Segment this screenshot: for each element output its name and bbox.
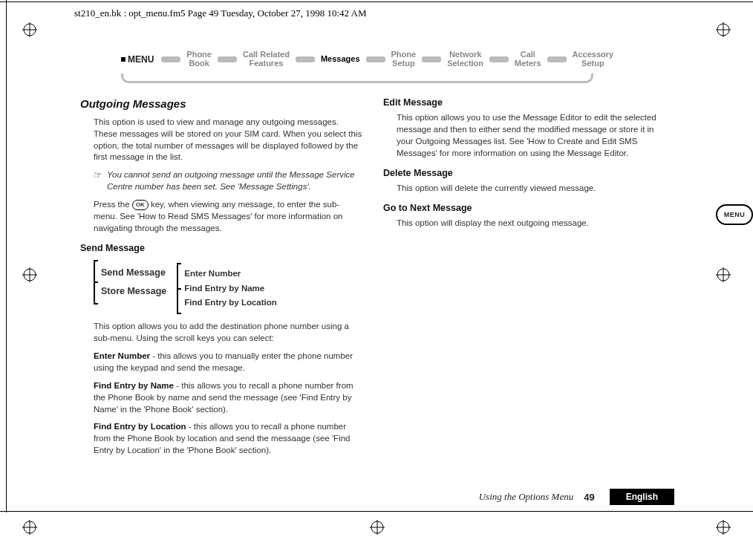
find-by-name-desc: Find Entry by Name - this allows you to … xyxy=(94,380,362,416)
nav-item-accessory-setup: Accessory Setup xyxy=(571,51,616,68)
note-text: You cannot send an outgoing message unti… xyxy=(107,169,362,193)
send-message-diagram: Send Message Store Message Enter Number … xyxy=(94,261,362,314)
crop-mark-bm xyxy=(370,520,385,535)
menu-root-label: MENU xyxy=(121,54,157,65)
nav-sep xyxy=(489,56,509,62)
diagram-item-store-message: Store Message xyxy=(101,282,166,301)
nav-sep xyxy=(161,56,180,62)
nav-sep xyxy=(422,56,441,62)
diagram-right-bracket: Enter Number Find Entry by Name Find Ent… xyxy=(177,264,277,314)
column-right: Edit Message This option allows you to u… xyxy=(383,97,665,463)
frame-line-left xyxy=(6,0,7,512)
nav-sep xyxy=(296,56,315,62)
crop-mark-br xyxy=(716,520,731,535)
nav-item-call-related: Call Related Features xyxy=(241,51,291,68)
crop-mark-tl xyxy=(22,22,37,37)
press-ok-text: Press the OK key, when viewing any messa… xyxy=(94,199,362,235)
diagram-item-enter-number: Enter Number xyxy=(184,267,277,281)
nav-item-call-meters: Call Meters xyxy=(513,51,542,68)
page-footer: Using the Options Menu 49 English xyxy=(80,489,674,505)
delete-message-text: This option will delete the currently vi… xyxy=(397,183,665,195)
send-message-intro: This option allows you to add the destin… xyxy=(94,321,362,345)
diagram-item-send-message: Send Message xyxy=(101,264,166,282)
text-fragment: Press the xyxy=(94,200,132,209)
heading-outgoing-messages: Outgoing Messages xyxy=(80,97,362,112)
heading-go-to-next: Go to Next Message xyxy=(383,202,665,215)
find-by-location-desc: Find Entry by Location - this allows you… xyxy=(94,421,362,457)
column-left: Outgoing Messages This option is used to… xyxy=(80,97,362,463)
footer-language-tab: English xyxy=(610,489,674,505)
crop-mark-ml xyxy=(22,267,37,282)
nav-item-messages: Messages xyxy=(319,55,362,64)
footer-section-title: Using the Options Menu xyxy=(479,491,573,503)
heading-delete-message: Delete Message xyxy=(383,167,665,180)
footer-page-number: 49 xyxy=(584,492,594,503)
enter-number-label: Enter Number xyxy=(94,351,150,360)
go-to-next-text: This option will display the next outgoi… xyxy=(397,218,665,229)
nav-item-phone-book: Phone Book xyxy=(185,51,213,68)
frame-line-top xyxy=(0,1,753,2)
nav-sep xyxy=(366,56,385,62)
crop-mark-tr xyxy=(716,22,731,37)
nav-underline xyxy=(121,74,593,83)
menu-breadcrumb: MENU Phone Book Call Related Features Me… xyxy=(121,51,674,68)
outgoing-intro-text: This option is used to view and manage a… xyxy=(94,117,362,163)
menu-side-tab-label: MENU xyxy=(724,211,746,218)
print-header: st210_en.bk : opt_menu.fm5 Page 49 Tuesd… xyxy=(74,7,366,19)
crop-mark-bl xyxy=(22,520,37,535)
menu-root-text: MENU xyxy=(128,54,154,65)
heading-send-message: Send Message xyxy=(80,242,362,255)
nav-sep xyxy=(547,56,567,62)
find-by-name-label: Find Entry by Name xyxy=(94,381,174,390)
menu-bullet-icon xyxy=(121,57,126,62)
edit-message-text: This option allows you to use the Messag… xyxy=(397,112,665,159)
diagram-left-bracket: Send Message Store Message xyxy=(94,261,166,305)
diagram-item-find-by-name: Find Entry by Name xyxy=(184,281,277,296)
note-service-centre: ☞ You cannot send an outgoing message un… xyxy=(94,169,362,193)
heading-edit-message: Edit Message xyxy=(383,97,665,109)
nav-sep xyxy=(218,56,237,62)
enter-number-desc: Enter Number - this allows you to manual… xyxy=(94,351,362,374)
nav-item-network-selection: Network Selection xyxy=(446,51,485,68)
crop-mark-mr xyxy=(716,267,731,282)
menu-side-tab-icon: MENU xyxy=(716,204,753,225)
diagram-item-find-by-location: Find Entry by Location xyxy=(184,296,277,310)
ok-key-icon: OK xyxy=(132,200,149,210)
frame-line-bottom xyxy=(0,511,753,512)
find-by-location-label: Find Entry by Location xyxy=(94,422,186,431)
hand-pointing-icon: ☞ xyxy=(94,169,102,193)
nav-item-phone-setup: Phone Setup xyxy=(390,51,418,68)
